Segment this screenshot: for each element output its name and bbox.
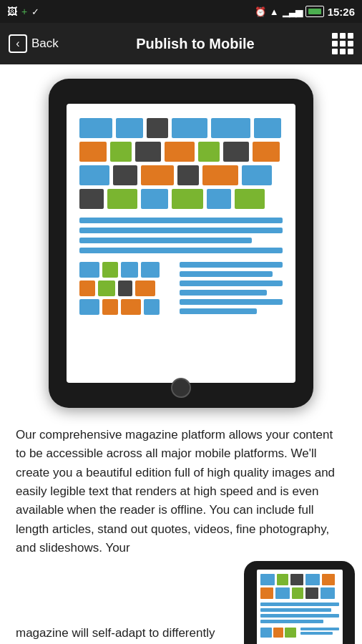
status-icons-right: ⏰ ▲ ▁▃▅ 15:26 — [255, 6, 355, 18]
image-icon: 🖼 — [7, 6, 17, 17]
orange-block — [79, 142, 107, 162]
grid-dot — [332, 49, 338, 54]
text-line-sm — [180, 262, 283, 268]
green-block-sm — [102, 262, 118, 278]
magazine-grid — [67, 104, 295, 322]
green-block-sm — [98, 280, 115, 296]
dark-block — [135, 142, 161, 162]
blue-block — [172, 118, 207, 138]
text-line — [79, 238, 252, 243]
blue-block — [242, 165, 272, 185]
dark-block — [147, 118, 168, 138]
orange-block-sm — [102, 299, 118, 315]
orange-block-sm — [79, 280, 95, 296]
page-title: Publish to Mobile — [59, 36, 332, 52]
text-line — [79, 218, 283, 223]
dark-block — [177, 165, 199, 185]
green-block — [107, 189, 137, 209]
phone-dark-block — [290, 574, 303, 585]
alarm-icon: ⏰ — [255, 6, 266, 17]
back-button[interactable]: ‹ Back — [9, 34, 59, 53]
color-row-2 — [79, 142, 283, 162]
blue-block — [141, 189, 168, 209]
blue-block-sm — [121, 262, 138, 278]
blue-block — [79, 118, 112, 138]
phone-text-line-sm — [300, 632, 333, 635]
blue-block — [211, 118, 250, 138]
bottom-right — [180, 262, 283, 315]
nav-bar: ‹ Back Publish to Mobile — [0, 23, 362, 64]
orange-block — [165, 142, 195, 162]
green-block — [198, 142, 220, 162]
phone-orange-block-sm — [273, 628, 283, 638]
grid-menu-button[interactable] — [332, 33, 353, 54]
color-row-3 — [79, 165, 283, 185]
orange-block — [202, 165, 238, 185]
description-text: Our comprehensive magazine platform allo… — [0, 419, 362, 557]
description-continuation: magazine will self-adapt to differently … — [0, 624, 244, 644]
bottom-left — [79, 262, 172, 315]
back-arrow-icon: ‹ — [9, 34, 27, 53]
text-line-sm — [180, 299, 283, 305]
grid-dot — [348, 33, 353, 39]
tablet-frame — [49, 79, 313, 408]
description-paragraph: Our comprehensive magazine platform allo… — [16, 426, 346, 557]
phone-dark-block — [305, 587, 318, 599]
description-end: magazine will self-adapt to differently … — [16, 624, 235, 644]
time: 15:26 — [328, 6, 355, 18]
phone-green-block — [292, 587, 303, 599]
phone-text-line — [260, 608, 331, 612]
phone-blue-block — [321, 587, 335, 599]
grid-dot — [348, 49, 353, 54]
grid-dot — [348, 41, 353, 47]
color-row-1 — [79, 118, 283, 138]
blue-block — [207, 189, 231, 209]
text-line-sm — [180, 308, 257, 314]
phone-screen — [257, 570, 343, 644]
back-label: Back — [31, 36, 59, 51]
checkmark-icon: ✓ — [31, 6, 39, 17]
color-row-4 — [79, 189, 283, 209]
tablet-illustration — [0, 64, 362, 419]
green-block — [110, 142, 132, 162]
orange-block — [253, 142, 280, 162]
blue-block-sm — [144, 299, 160, 315]
phone-blue-block-sm — [260, 628, 272, 638]
plus-icon: + — [21, 6, 27, 17]
orange-block-sm — [135, 280, 155, 296]
tablet-home-button — [171, 378, 191, 398]
orange-block-sm — [121, 299, 141, 315]
phone-blue-block — [305, 574, 320, 585]
text-lines-section — [79, 218, 283, 253]
phone-text-line — [260, 620, 323, 623]
status-bar: 🖼 + ✓ ⏰ ▲ ▁▃▅ 15:26 — [0, 0, 362, 23]
bottom-section — [79, 262, 283, 315]
text-line-sm — [180, 280, 283, 286]
blue-block — [79, 165, 109, 185]
text-line — [79, 228, 283, 233]
grid-dot — [332, 33, 338, 39]
phone-orange-block — [260, 587, 273, 599]
grid-dot — [340, 41, 346, 47]
grid-dot — [332, 41, 338, 47]
status-icons-left: 🖼 + ✓ — [7, 6, 39, 17]
blue-block — [254, 118, 281, 138]
blue-block-sm — [79, 299, 99, 315]
wifi-icon: ▲ — [270, 6, 279, 17]
dark-block — [223, 142, 249, 162]
blue-block-sm — [79, 262, 99, 278]
phone-text-line — [260, 614, 339, 618]
phone-frame — [244, 561, 355, 644]
green-block — [235, 189, 265, 209]
phone-blue-block — [275, 587, 290, 599]
dark-block — [79, 189, 104, 209]
text-line — [79, 248, 283, 253]
battery-icon — [305, 6, 324, 17]
signal-icon: ▁▃▅ — [283, 6, 302, 17]
grid-dot — [340, 33, 346, 39]
tablet-screen — [67, 104, 295, 383]
phone-text-line-sm — [300, 628, 339, 630]
green-block — [172, 189, 203, 209]
text-line-sm — [180, 271, 273, 277]
phone-orange-block — [322, 574, 335, 585]
